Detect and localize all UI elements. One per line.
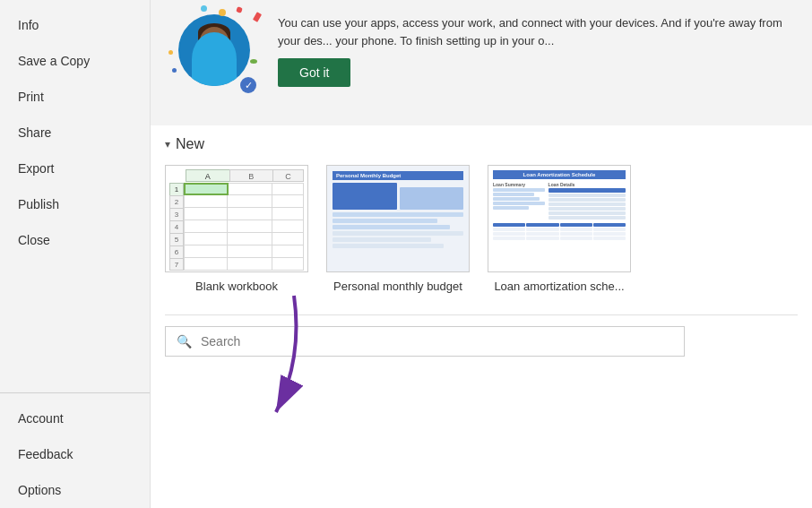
notification-banner: ✓ You can use your apps, access your wor…: [151, 0, 812, 125]
arrow-pointer: [240, 287, 348, 430]
new-section-title: New: [176, 136, 204, 152]
search-input[interactable]: [201, 334, 673, 349]
sidebar-item-options[interactable]: Options: [0, 472, 150, 508]
sidebar-item-publish[interactable]: Publish: [0, 186, 150, 222]
loan-amortization-label: Loan amortization sche...: [494, 280, 624, 293]
notification-text-area: You can use your apps, access your work,…: [278, 14, 790, 87]
sidebar-item-account[interactable]: Account: [0, 400, 150, 436]
notification-illustration: ✓: [165, 5, 263, 104]
loan-amortization-thumbnail: Loan Amortization Schedule Loan Summary …: [488, 165, 631, 272]
new-section-header: ▾ New: [165, 136, 790, 152]
sidebar-item-feedback[interactable]: Feedback: [0, 436, 150, 472]
main-content: ✓ You can use your apps, access your wor…: [151, 0, 812, 508]
sidebar-item-close[interactable]: Close: [0, 222, 150, 258]
template-personal-budget[interactable]: Personal Monthly Budget Personal monthly…: [326, 165, 470, 293]
sidebar-item-print[interactable]: Print: [0, 79, 150, 115]
sidebar-bottom: Account Feedback Options: [0, 392, 150, 508]
chevron-down-icon: ▾: [165, 138, 170, 151]
sidebar-item-save-copy[interactable]: Save a Copy: [0, 43, 150, 79]
sidebar-item-info[interactable]: Info: [0, 7, 150, 43]
sidebar: Info Save a Copy Print Share Export Publ…: [0, 0, 151, 508]
personal-budget-thumbnail: Personal Monthly Budget: [326, 165, 470, 272]
search-area: 🔍: [151, 326, 812, 357]
blank-workbook-thumbnail: A B C 1 2 3 4 5 6 7: [165, 165, 308, 272]
new-section: ▾ New A B C 1 2 3 4 5: [151, 125, 812, 307]
notification-text: You can use your apps, access your work,…: [278, 14, 790, 49]
template-blank-workbook[interactable]: A B C 1 2 3 4 5 6 7 Blank workbook: [165, 165, 308, 293]
sidebar-item-share[interactable]: Share: [0, 115, 150, 151]
template-loan-amortization[interactable]: Loan Amortization Schedule Loan Summary …: [488, 165, 631, 293]
arrow-overlay: [240, 287, 348, 434]
blank-workbook-label: Blank workbook: [195, 280, 278, 293]
templates-row: A B C 1 2 3 4 5 6 7 Blank workbook: [165, 165, 790, 293]
search-icon: 🔍: [177, 334, 192, 349]
personal-budget-label: Personal monthly budget: [333, 280, 462, 293]
got-it-button[interactable]: Got it: [278, 58, 350, 87]
section-divider: [165, 314, 798, 315]
sidebar-item-export[interactable]: Export: [0, 151, 150, 186]
search-bar-container[interactable]: 🔍: [165, 326, 685, 357]
